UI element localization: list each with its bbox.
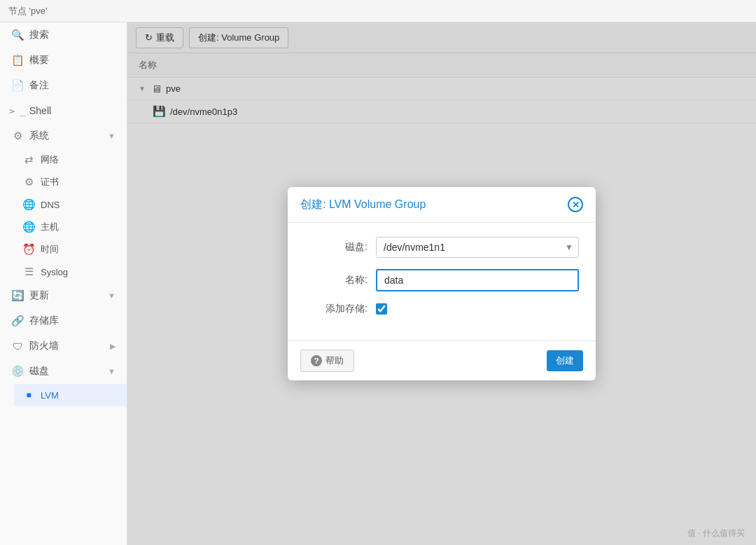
sidebar-item-label: 磁盘 — [29, 365, 49, 378]
create-label: 创建 — [556, 354, 574, 367]
form-row-disk: 磁盘: /dev/nvme1n1 /dev/sda /dev/sdb ▼ — [304, 237, 579, 258]
storage-checkbox-wrap — [376, 303, 579, 315]
sidebar-item-label: 网络 — [41, 153, 59, 166]
sidebar-item-search[interactable]: 🔍 搜索 — [0, 22, 127, 48]
sidebar: 🔍 搜索 📋 概要 📄 备注 > _ Shell ⚙ 系统 ▼ ⇄ 网络 ⚙ — [0, 22, 127, 545]
sidebar-item-label: 时间 — [41, 243, 59, 256]
storage-checkbox[interactable] — [376, 303, 387, 315]
syslog-icon: ☰ — [22, 265, 35, 278]
disk-select-wrap: /dev/nvme1n1 /dev/sda /dev/sdb ▼ — [376, 237, 579, 258]
sidebar-item-updates[interactable]: 🔄 更新 ▼ — [0, 283, 127, 308]
cert-icon: ⚙ — [22, 176, 35, 188]
sidebar-item-label: 存储库 — [29, 315, 59, 327]
sidebar-item-shell[interactable]: > _ Shell — [0, 98, 127, 123]
sidebar-item-label: 概要 — [29, 54, 49, 67]
sidebar-item-label: 主机 — [41, 221, 59, 233]
sidebar-item-label: LVM — [41, 390, 59, 401]
disk-label: 磁盘: — [304, 241, 368, 254]
modal-create-lvm: 创建: LVM Volume Group ✕ 磁盘: /dev/nvme1n1 … — [288, 187, 596, 380]
help-label: 帮助 — [326, 354, 344, 367]
sidebar-item-storage[interactable]: 🔗 存储库 — [0, 308, 127, 333]
sidebar-item-dns[interactable]: 🌐 DNS — [14, 193, 127, 216]
help-icon: ? — [311, 355, 322, 366]
notes-icon: 📄 — [11, 79, 24, 92]
dns-icon: 🌐 — [22, 198, 35, 211]
disk-icon: 💿 — [11, 365, 24, 378]
chevron-right-icon: ▶ — [110, 342, 115, 351]
form-row-name: 名称: — [304, 269, 579, 291]
name-input[interactable] — [376, 269, 579, 291]
chevron-down-icon: ▼ — [108, 291, 115, 300]
updates-icon: 🔄 — [11, 289, 24, 302]
sidebar-item-label: 备注 — [29, 79, 49, 92]
shell-icon: > _ — [11, 104, 24, 117]
sidebar-item-lvm[interactable]: ■ LVM — [14, 384, 127, 406]
sidebar-item-disk[interactable]: 💿 磁盘 ▼ — [0, 359, 127, 384]
modal-title: 创建: LVM Volume Group — [300, 198, 426, 212]
node-label: 节点 'pve' — [8, 5, 48, 18]
form-row-storage: 添加存储: — [304, 303, 579, 315]
storage-label: 添加存储: — [304, 303, 368, 315]
search-icon: 🔍 — [11, 29, 24, 41]
modal-close-button[interactable]: ✕ — [568, 197, 583, 212]
name-label: 名称: — [304, 274, 368, 287]
chevron-down-icon: ▼ — [108, 132, 115, 140]
sidebar-item-label: DNS — [41, 200, 59, 210]
sidebar-item-syslog[interactable]: ☰ Syslog — [14, 261, 127, 283]
sidebar-item-system[interactable]: ⚙ 系统 ▼ — [0, 123, 127, 149]
modal-body: 磁盘: /dev/nvme1n1 /dev/sda /dev/sdb ▼ — [288, 223, 596, 340]
network-icon: ⇄ — [22, 153, 35, 166]
top-bar: 节点 'pve' — [0, 0, 756, 22]
overview-icon: 📋 — [11, 54, 24, 67]
modal-overlay: 创建: LVM Volume Group ✕ 磁盘: /dev/nvme1n1 … — [127, 22, 756, 545]
hosts-icon: 🌐 — [22, 221, 35, 233]
sidebar-item-label: Syslog — [41, 267, 68, 277]
modal-header: 创建: LVM Volume Group ✕ — [288, 187, 596, 223]
sidebar-item-label: 防火墙 — [29, 340, 59, 352]
modal-footer: ? 帮助 创建 — [288, 340, 596, 380]
firewall-icon: 🛡 — [11, 340, 24, 352]
sidebar-item-time[interactable]: ⏰ 时间 — [14, 238, 127, 261]
sidebar-item-certificates[interactable]: ⚙ 证书 — [14, 171, 127, 193]
sidebar-item-notes[interactable]: 📄 备注 — [0, 73, 127, 98]
sidebar-item-label: Shell — [29, 105, 51, 116]
sidebar-sub-system: ⇄ 网络 ⚙ 证书 🌐 DNS 🌐 主机 ⏰ 时间 ☰ Syslog — [0, 149, 127, 283]
disk-select[interactable]: /dev/nvme1n1 /dev/sda /dev/sdb — [376, 237, 579, 258]
name-input-wrap — [376, 269, 579, 291]
sidebar-sub-disk: ■ LVM — [0, 384, 127, 406]
content-area: ↻ 重载 创建: Volume Group 名称 ▼ 🖥 pve 💾 /dev/… — [127, 22, 756, 545]
sidebar-item-overview[interactable]: 📋 概要 — [0, 48, 127, 73]
sidebar-item-label: 更新 — [29, 289, 49, 302]
sidebar-item-label: 证书 — [41, 176, 59, 188]
sidebar-item-label: 搜索 — [29, 29, 49, 41]
disk-select-container: /dev/nvme1n1 /dev/sda /dev/sdb ▼ — [376, 237, 579, 258]
sidebar-item-firewall[interactable]: 🛡 防火墙 ▶ — [0, 333, 127, 359]
chevron-down-icon: ▼ — [108, 367, 115, 375]
system-icon: ⚙ — [11, 130, 24, 142]
main-layout: 🔍 搜索 📋 概要 📄 备注 > _ Shell ⚙ 系统 ▼ ⇄ 网络 ⚙ — [0, 22, 756, 545]
time-icon: ⏰ — [22, 243, 35, 256]
help-button[interactable]: ? 帮助 — [300, 350, 354, 372]
create-button[interactable]: 创建 — [547, 350, 583, 371]
storage-icon: 🔗 — [11, 315, 24, 327]
lvm-icon: ■ — [22, 389, 35, 401]
sidebar-item-network[interactable]: ⇄ 网络 — [14, 149, 127, 171]
sidebar-item-label: 系统 — [29, 130, 49, 142]
sidebar-item-hosts[interactable]: 🌐 主机 — [14, 216, 127, 238]
